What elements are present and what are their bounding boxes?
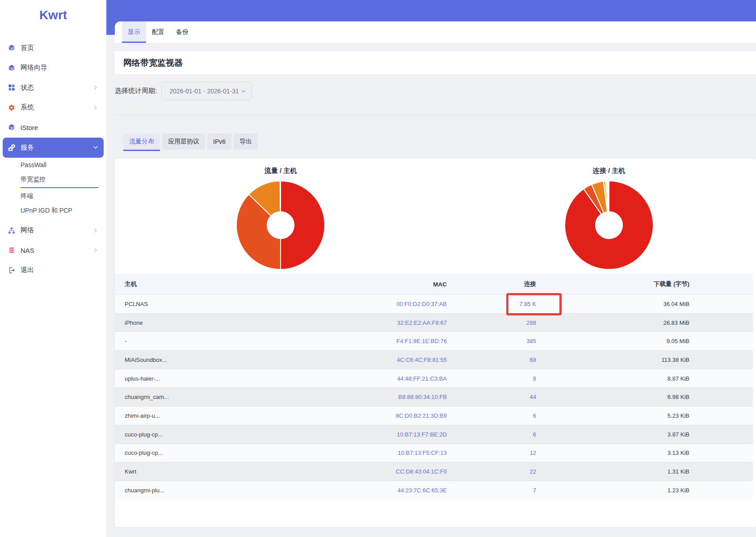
pie-slice[interactable] <box>609 181 609 212</box>
mac-link[interactable]: B8:88:80:34:10:FB <box>303 394 447 400</box>
filter-button-3[interactable]: IPv6 <box>207 134 231 150</box>
hosts-table: 主机MAC连接下载量 (字节)PCLNAS00:F0:D2:D0:37:AB7.… <box>115 274 753 499</box>
database-icon <box>8 247 15 254</box>
sidebar-subitem-label: 带宽监控 <box>21 176 46 184</box>
table-row: chuangmi_cam...B8:88:80:34:10:FB446.98 K… <box>115 387 753 406</box>
sidebar-item[interactable]: 退出 <box>0 260 106 281</box>
table-row: PCLNAS00:F0:D2:D0:37:AB7.85 K36.04 MiB <box>115 294 753 313</box>
pie-slice[interactable] <box>281 181 325 269</box>
connections-link[interactable]: 385 <box>447 338 536 344</box>
mac-link[interactable]: 8C:D0:B2:21:3D:B9 <box>303 412 447 419</box>
sidebar-subitem-label: PassWall <box>21 161 46 168</box>
mac-link[interactable]: 44:23:7C:6C:65:3E <box>303 487 447 494</box>
sidebar-item-label: 状态 <box>21 84 34 92</box>
column-header: 连接 <box>447 280 536 288</box>
download-cell: 6.98 KiB <box>536 394 689 400</box>
filter-button-4[interactable]: 导出 <box>234 134 258 150</box>
sidebar-item[interactable]: 服务 <box>3 138 104 158</box>
host-cell: PCLNAS <box>115 301 303 307</box>
charts-table-card: 流量 / 主机 连接 / 主机 主机MAC连接下载量 (字节)PCLNAS00:… <box>115 159 756 527</box>
connections-link[interactable]: 22 <box>447 468 536 475</box>
download-cell: 113.38 KiB <box>536 357 689 363</box>
sidebar-item[interactable]: 网络向导 <box>0 58 106 78</box>
download-cell: 5.23 KiB <box>536 412 689 419</box>
mac-link[interactable]: 10:B7:13:F5:CF:13 <box>303 449 447 456</box>
page-title: 网络带宽监视器 <box>123 57 183 69</box>
sidebar-item-label: 首页 <box>21 44 34 52</box>
connections-link[interactable]: 44 <box>447 394 536 400</box>
table-row: cuco-plug-cp...10:B7:13:F7:BE:2D63.87 Ki… <box>115 425 753 444</box>
title-strip: 网络带宽监视器 <box>115 51 756 74</box>
connections-link[interactable]: 8 <box>447 375 536 382</box>
sidebar-subitem[interactable]: 终端 <box>0 189 106 204</box>
sidebar-item[interactable]: iStore <box>0 117 106 138</box>
host-cell: chuangmi_cam... <box>115 394 303 400</box>
sidebar-subitem[interactable]: 带宽监控 <box>0 172 106 187</box>
sitemap-icon <box>8 227 15 234</box>
connections-link[interactable]: 6 <box>447 431 536 438</box>
download-cell: 3.13 KiB <box>536 449 689 456</box>
tab-1[interactable]: 显示 <box>122 21 146 43</box>
host-cell: uplus-haier-... <box>115 375 303 382</box>
sidebar-item[interactable]: 网络 <box>0 221 106 241</box>
download-cell: 26.83 MiB <box>536 319 689 326</box>
mac-link[interactable]: 00:F0:D2:D0:37:AB <box>303 301 447 307</box>
host-cell: - <box>115 338 303 344</box>
table-row: -F4:F1:9E:1E:BD:763859.05 MiB <box>115 331 753 350</box>
chevron-right-icon <box>93 105 98 110</box>
sidebar-menu: 首页网络向导状态系统iStore服务PassWall带宽监控终端UPnP IGD… <box>0 38 106 280</box>
mac-link[interactable]: CC:D8:43:04:1C:F0 <box>303 468 447 475</box>
connections-link[interactable]: 7 <box>447 487 536 494</box>
filter-button-1[interactable]: 流量分布 <box>123 134 160 150</box>
tab-3[interactable]: 备份 <box>170 21 194 43</box>
sidebar-subitem[interactable]: UPnP IGD 和 PCP <box>0 204 106 218</box>
highlight-annotation-box <box>506 293 562 315</box>
sidebar-item[interactable]: 系统 <box>0 98 106 118</box>
host-cell: cuco-plug-cp... <box>115 431 303 438</box>
sidebar-item-label: iStore <box>21 124 38 131</box>
sidebar-item-label: 退出 <box>21 266 34 274</box>
connections-link[interactable]: 288 <box>447 319 536 326</box>
gear-icon <box>8 104 15 111</box>
connections-link[interactable]: 6 <box>447 412 536 419</box>
mac-link[interactable]: 32:E2:E2:AA:F8:67 <box>303 319 447 326</box>
download-cell: 1.23 KiB <box>536 487 689 494</box>
chevron-right-icon <box>93 85 98 90</box>
tab-2[interactable]: 配置 <box>146 21 170 43</box>
table-row: cuco-plug-cp...10:B7:13:F5:CF:13123.13 K… <box>115 444 753 462</box>
mac-link[interactable]: 4C:C6:4C:F8:81:55 <box>303 357 447 363</box>
mac-link[interactable]: 10:B7:13:F7:BE:2D <box>303 431 447 438</box>
sidebar-subitem-label: 终端 <box>21 192 33 200</box>
sidebar-item[interactable]: NAS <box>0 240 106 260</box>
sidebar-item-label: 网络向导 <box>21 63 47 72</box>
period-dropdown[interactable]: 2026-01-01 - 2026-01-31 <box>161 82 252 100</box>
filter-button-2[interactable]: 应用层协议 <box>162 134 205 150</box>
chart-title-traffic: 流量 / 主机 <box>265 167 297 175</box>
traffic-donut-chart[interactable] <box>236 180 325 270</box>
divider <box>115 115 756 115</box>
connections-donut-chart[interactable] <box>564 180 654 270</box>
sidebar-item[interactable]: 状态 <box>0 78 106 98</box>
chart-title-connections: 连接 / 主机 <box>593 167 626 175</box>
sidebar-subitem[interactable]: PassWall <box>0 158 106 172</box>
mac-link[interactable]: F4:F1:9E:1E:BD:76 <box>303 338 447 344</box>
sidebar-item-label: 系统 <box>21 103 34 112</box>
cube-icon <box>8 64 15 71</box>
table-row: KwrtCC:D8:43:04:1C:F0221.31 KiB <box>115 462 753 481</box>
chevron-right-icon <box>93 248 98 253</box>
sidebar-subitem-label: UPnP IGD 和 PCP <box>21 207 72 215</box>
download-cell: 8.87 KiB <box>536 375 689 382</box>
sidebar-item-label: 网络 <box>21 226 34 235</box>
table-row: chuangmi-plu...44:23:7C:6C:65:3E71.23 Ki… <box>115 481 753 499</box>
connections-link[interactable]: 12 <box>447 449 536 456</box>
table-row: uplus-haier-...44:48:FF:21:C3:BA88.87 Ki… <box>115 369 753 388</box>
column-header: 下载量 (字节) <box>536 280 689 288</box>
mac-link[interactable]: 44:48:FF:21:C3:BA <box>303 375 447 382</box>
connections-link[interactable]: 68 <box>447 357 536 363</box>
download-cell: 3.87 KiB <box>536 431 689 438</box>
cube-icon <box>8 124 15 131</box>
sidebar-item[interactable]: 首页 <box>0 38 106 58</box>
logo[interactable]: Kwrt <box>0 8 106 22</box>
chevron-down-icon <box>93 145 98 150</box>
chevron-right-icon <box>93 228 98 233</box>
